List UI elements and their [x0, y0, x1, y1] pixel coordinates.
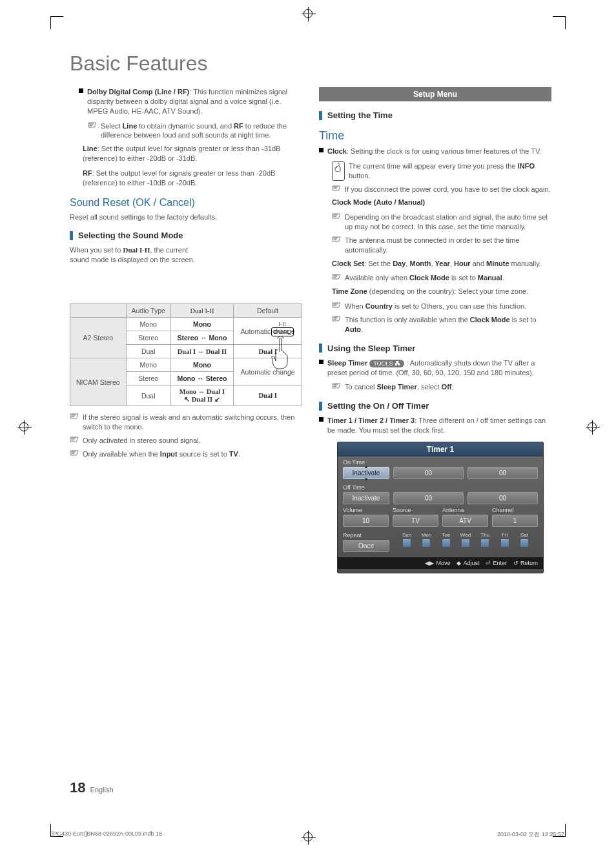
table-cell: Dual I ↔ Dual II [170, 345, 234, 358]
text: Depending on the broadcast station and s… [345, 212, 551, 232]
text: . [502, 274, 504, 282]
table-group: A2 Stereo [70, 318, 127, 358]
timer123-item: Timer 1 / Timer 2 / Timer 3: Three diffe… [319, 416, 551, 435]
time-zone: Time Zone (depending on the country): Se… [332, 287, 551, 296]
note-icon [332, 236, 341, 255]
text: Year [435, 260, 450, 267]
table-cell: Stereo [126, 372, 170, 385]
text: INFO [518, 162, 535, 170]
text: and [471, 260, 486, 267]
onoff-timer-heading: Setting the On / Off Timer [319, 401, 551, 411]
day-sun[interactable]: Sun [398, 532, 415, 547]
channel-value[interactable]: 1 [492, 515, 538, 527]
ant-label: Antenna [442, 507, 488, 513]
table-cell: Mono [170, 318, 234, 331]
text: If the stereo signal is weak and an auto… [83, 413, 302, 432]
repeat-value[interactable]: Once [343, 540, 389, 552]
source-value[interactable]: TV [393, 515, 438, 527]
selecting-sound-heading: Selecting the Sound Mode [70, 231, 302, 240]
content: Basic Features Dolby Digital Comp (Line … [70, 52, 551, 814]
page-title: Basic Features [70, 52, 551, 76]
heading-bar-icon [319, 402, 322, 411]
table-cell: Mono [126, 318, 170, 331]
time-zone-note-1: When Country is set to Others, you can u… [332, 302, 551, 311]
line-desc: Line: Set the output level for signals g… [83, 144, 302, 163]
text: Hour [454, 260, 471, 267]
heading-bar-icon [70, 231, 73, 240]
off-time-state[interactable]: Inactivate [343, 492, 389, 504]
note-icon [332, 302, 341, 311]
text: manually. [509, 260, 541, 267]
text: Timer 1 / Timer 2 / Timer 3 [327, 416, 415, 424]
footer-move: ◀▶ Move [425, 560, 450, 566]
day-fri[interactable]: Fri [496, 532, 513, 547]
text: source is set to [178, 450, 229, 458]
text: Day [393, 260, 406, 267]
table-cell: Mono ↔ Dual I ↖ Dual II ↙ [170, 385, 234, 406]
text: Dual I-II [123, 246, 150, 254]
note-icon [332, 382, 341, 392]
text: : Set the output level for signals great… [83, 169, 275, 187]
text: Manual [478, 274, 502, 282]
rf-desc: RF: Set the output level for signals gre… [83, 169, 302, 188]
day-mon[interactable]: Mon [418, 532, 435, 547]
tools-badge: TOOLS [369, 360, 404, 367]
text: , select [417, 383, 442, 391]
text: Time Zone [332, 287, 367, 295]
text: The antenna must be connected in order t… [345, 236, 551, 255]
day-tue[interactable]: Tue [438, 532, 455, 547]
square-bullet-icon [319, 360, 323, 364]
footer-file: [PC430-Euro]BN68-02692A-00L09.indb 18 [52, 830, 162, 839]
text: . [361, 325, 363, 333]
note-stereo-only: Only activated in stereo sound signal. [70, 436, 302, 446]
on-time-mm[interactable]: 00 [467, 467, 538, 479]
square-bullet-icon [319, 417, 323, 422]
hand-pointer-icon [269, 336, 296, 371]
clock-mode-note-2: The antenna must be connected in order t… [332, 236, 551, 255]
text: When you set to [70, 246, 123, 254]
dual-top-label: I-II [269, 321, 296, 327]
sleep-timer-item: Sleep Timer TOOLS : Automatically shuts … [319, 358, 551, 378]
text: The current time will appear every time … [349, 162, 518, 170]
left-column: Dolby Digital Comp (Line / RF): This fun… [70, 87, 302, 573]
clock-mode-note-1: Depending on the broadcast station and s… [332, 212, 551, 232]
heading-label: Setting the On / Off Timer [327, 401, 429, 411]
on-time-hh[interactable]: 00 [393, 467, 464, 479]
day-wed[interactable]: Wed [457, 532, 474, 547]
text: Only available when the [83, 450, 160, 458]
text: Clock Mode [470, 316, 510, 324]
text: When [345, 302, 365, 310]
crop-mark [50, 16, 63, 29]
text: Month [409, 260, 431, 267]
table-cell: Stereo ↔ Mono [170, 331, 234, 345]
day-sat[interactable]: Sat [516, 532, 533, 547]
page-number: 18 English [70, 779, 114, 796]
info-note: The current time will appear every time … [332, 161, 551, 181]
text: Country [365, 302, 393, 310]
note-icon [70, 413, 79, 432]
note-icon [332, 273, 341, 283]
text: is set to [510, 316, 537, 324]
text: Line [83, 145, 98, 152]
text: This function is only available when the [345, 316, 470, 324]
footer-enter: ⏎ Enter [486, 560, 507, 566]
note-stereo-weak: If the stereo signal is weak and an auto… [70, 413, 302, 432]
text: Auto [345, 325, 361, 333]
note-icon [70, 436, 79, 446]
volume-value[interactable]: 10 [343, 515, 389, 527]
off-time-mm[interactable]: 00 [467, 492, 538, 504]
table-cell: Dual I [234, 385, 302, 406]
footer-meta: [PC430-Euro]BN68-02692A-00L09.indb 18 20… [52, 830, 564, 839]
day-thu[interactable]: Thu [477, 532, 493, 547]
dolby-item: Dolby Digital Comp (Line / RF): This fun… [79, 87, 302, 116]
off-time-hh[interactable]: 00 [393, 492, 464, 504]
on-time-state[interactable]: ▲ Inactivate ▼ [343, 467, 389, 479]
text: If you disconnect the power cord, you ha… [345, 185, 551, 194]
text: Clock Mode [409, 274, 449, 282]
dual-badge: DUAL [271, 327, 294, 336]
heading-label: Setting the Time [327, 110, 393, 120]
text: RF [234, 122, 243, 130]
time-section: Time [319, 129, 551, 143]
antenna-value[interactable]: ATV [442, 515, 488, 527]
table-cell: Stereo [126, 331, 170, 345]
